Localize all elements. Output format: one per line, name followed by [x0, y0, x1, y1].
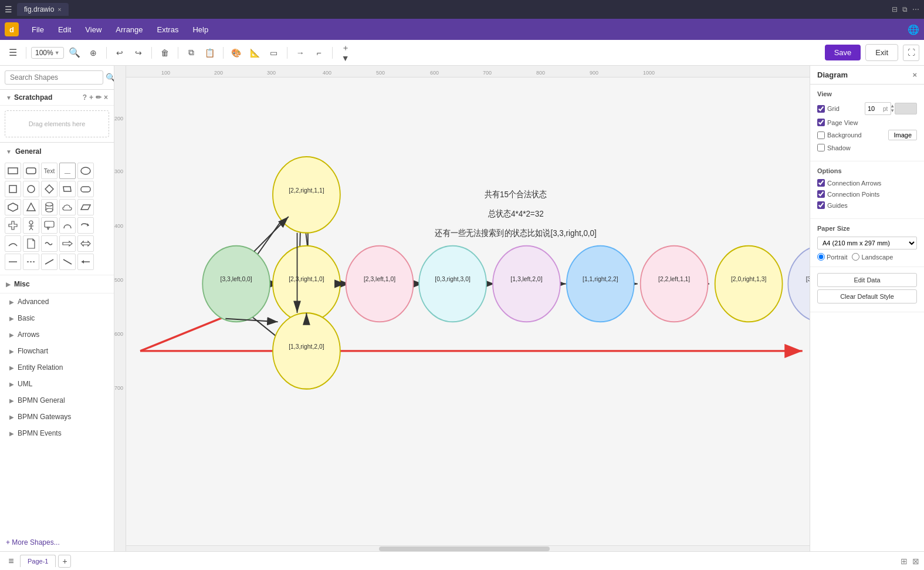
grid-value-input[interactable] [868, 105, 882, 112]
minimize-icon[interactable]: ⊟ [892, 5, 898, 14]
sidebar-item-advanced[interactable]: ▶ Advanced [0, 294, 114, 310]
node-4-circle[interactable] [346, 246, 414, 322]
add-page-btn[interactable]: + [58, 555, 71, 568]
zoom-out-btn[interactable]: 🔍 [66, 45, 83, 61]
diagram-svg[interactable]: 共有15个合法状态 总状态4*4*2=32 还有一些无法搜索到的状态比如说[3,… [114, 77, 810, 551]
node-8-circle[interactable] [641, 246, 708, 322]
shape-wavy[interactable] [41, 235, 57, 252]
undo-btn[interactable]: ↩ [111, 45, 128, 61]
sidebar-item-bpmn-gateways[interactable]: ▶ BPMN Gateways [0, 409, 114, 425]
tab-close-btn[interactable]: × [57, 6, 61, 13]
shape-circle[interactable] [23, 181, 39, 197]
shape-diamond[interactable] [41, 181, 57, 197]
sidebar-item-flowchart[interactable]: ▶ Flowchart [0, 343, 114, 359]
shadow-checkbox[interactable] [817, 144, 825, 151]
menu-help[interactable]: Help [187, 23, 214, 36]
sidebar-item-bpmn-general[interactable]: ▶ BPMN General [0, 392, 114, 409]
shape-rect-round[interactable] [23, 163, 39, 179]
shape-cylinder[interactable] [41, 199, 57, 215]
shape-dashed-line[interactable] [23, 254, 39, 270]
shape-backslash[interactable] [59, 254, 76, 270]
connection-style-btn[interactable]: → [292, 45, 309, 61]
portrait-label[interactable]: Portrait [817, 253, 847, 261]
portrait-radio[interactable] [817, 253, 825, 261]
menu-icon[interactable]: ⋯ [912, 5, 919, 14]
shape-rect[interactable] [5, 163, 21, 179]
save-button[interactable]: Save [825, 45, 861, 60]
node-1-circle[interactable] [202, 246, 270, 322]
shape-page[interactable] [23, 235, 39, 252]
menu-edit[interactable]: Edit [52, 23, 77, 36]
shape-bidir-arrow[interactable] [77, 235, 94, 252]
node-3-circle[interactable] [273, 157, 340, 233]
node-2-circle[interactable] [273, 246, 340, 322]
shape-actor[interactable] [23, 217, 39, 234]
page-menu-btn[interactable]: ≡ [5, 555, 18, 568]
shape-cloud[interactable] [59, 199, 76, 215]
shape-step[interactable] [77, 199, 94, 215]
grid-checkbox[interactable] [817, 105, 825, 113]
title-tab[interactable]: fig.drawio × [17, 3, 69, 16]
shape-semicircle[interactable] [5, 235, 21, 252]
page-tab[interactable]: Page-1 [20, 555, 56, 567]
sidebar-toggle-btn[interactable]: ☰ [5, 45, 21, 61]
line-color-btn[interactable]: 📐 [247, 45, 263, 61]
zoom-control[interactable]: 100% ▼ [31, 47, 64, 59]
grid-color-box[interactable] [895, 103, 917, 114]
sidebar-general-header[interactable]: ▼ General [0, 143, 114, 160]
shape-line[interactable] [5, 254, 21, 270]
shape-slash[interactable] [41, 254, 57, 270]
redo-btn[interactable]: ↪ [130, 45, 147, 61]
sidebar-item-bpmn-events[interactable]: ▶ BPMN Events [0, 425, 114, 441]
panel-close-btn[interactable]: × [912, 70, 917, 79]
shape-arc[interactable] [59, 217, 76, 234]
landscape-label[interactable]: Landscape [852, 253, 893, 261]
shape-cross[interactable] [5, 217, 21, 234]
restore-icon[interactable]: ⧉ [902, 5, 908, 14]
misc-header[interactable]: ▶ Misc [0, 275, 114, 293]
menu-extras[interactable]: Extras [151, 23, 185, 36]
scrollbar-thumb[interactable] [379, 547, 550, 551]
shape-hexagon[interactable] [5, 199, 21, 215]
scratchpad-help-icon[interactable]: ? [83, 93, 87, 102]
canvas[interactable]: ‖ 100 200 300 400 500 600 700 800 900 10… [114, 66, 810, 551]
shape-rounded-rect2[interactable] [77, 181, 94, 197]
page-view-checkbox[interactable] [817, 119, 825, 126]
shape-callout[interactable] [41, 217, 57, 234]
fullscreen-btn[interactable]: ⛶ [903, 45, 919, 61]
paper-size-select[interactable]: A4 (210 mm x 297 mm) A3 (297 mm x 420 mm… [817, 237, 917, 249]
node-10-circle[interactable] [788, 246, 810, 322]
shape-label[interactable]: __ [59, 163, 76, 179]
node-6-circle[interactable] [493, 246, 560, 322]
shadow-btn[interactable]: ▭ [266, 45, 282, 61]
background-image-btn[interactable]: Image [888, 130, 917, 140]
sidebar-item-arrows[interactable]: ▶ Arrows [0, 326, 114, 343]
scratchpad-close-icon[interactable]: × [104, 93, 108, 102]
edit-data-btn[interactable]: Edit Data [817, 273, 917, 287]
menu-view[interactable]: View [79, 23, 107, 36]
shape-ellipse[interactable] [77, 163, 94, 179]
connection-points-checkbox[interactable] [817, 190, 825, 198]
fill-color-btn[interactable]: 🎨 [228, 45, 245, 61]
zoom-selection-icon[interactable]: ⊠ [912, 556, 919, 566]
insert-btn[interactable]: ＋ ▼ [337, 45, 354, 61]
horizontal-scrollbar[interactable] [126, 545, 810, 551]
exit-button[interactable]: Exit [865, 44, 898, 61]
connection-arrows-checkbox[interactable] [817, 179, 825, 187]
clear-default-style-btn[interactable]: Clear Default Style [817, 289, 917, 303]
guides-checkbox[interactable] [817, 201, 825, 209]
shape-arrow-right[interactable] [59, 235, 76, 252]
scratchpad-add-icon[interactable]: + [89, 93, 93, 102]
node-7-circle[interactable] [567, 246, 634, 322]
shape-triangle[interactable] [23, 199, 39, 215]
node-11-circle[interactable] [273, 313, 340, 389]
background-checkbox[interactable] [817, 131, 825, 139]
zoom-in-btn[interactable]: ⊕ [85, 45, 101, 61]
waypoint-btn[interactable]: ⌐ [311, 45, 327, 61]
sidebar-item-basic[interactable]: ▶ Basic [0, 310, 114, 326]
shape-square[interactable] [5, 181, 21, 197]
scratchpad-edit-icon[interactable]: ✏ [96, 93, 101, 102]
paste-style-btn[interactable]: 📋 [202, 45, 218, 61]
menu-arrange[interactable]: Arrange [110, 23, 148, 36]
node-5-circle[interactable] [419, 246, 486, 322]
